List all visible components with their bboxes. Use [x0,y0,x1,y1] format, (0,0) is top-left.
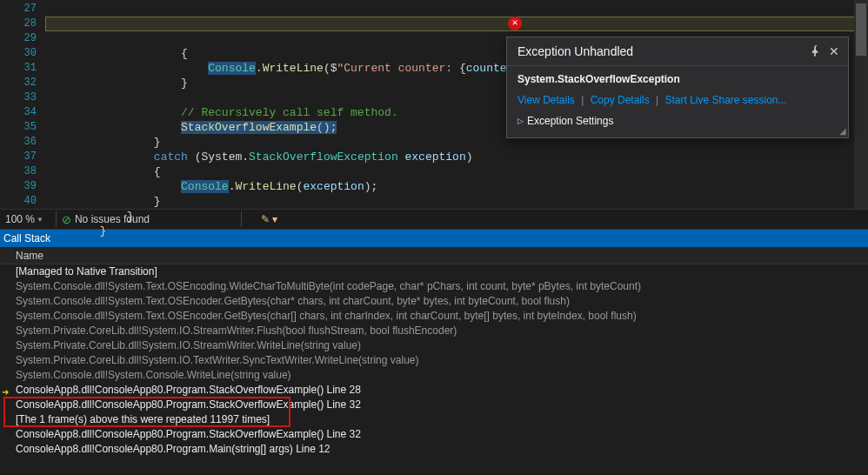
line-number: 37 [0,150,37,164]
pin-icon[interactable] [808,44,822,58]
exception-type: System.StackOverflowException [517,73,838,85]
code-line[interactable]: } [45,194,868,209]
line-number: 34 [0,105,37,120]
exception-settings-expander[interactable]: ▷ Exception Settings [517,115,838,127]
scrollbar-thumb[interactable] [856,3,866,56]
callstack-row[interactable]: ConsoleApp8.dll!ConsoleApp80.Program.Sta… [0,427,868,442]
live-share-link[interactable]: Start Live Share session... [664,94,786,106]
callstack-row[interactable]: [The 1 frame(s) above this were repeated… [0,412,868,427]
current-line-highlight [45,17,868,31]
resize-grip-icon[interactable]: ◢ [839,126,845,136]
exception-popup-header: Exception Unhandled ✕ [507,37,848,66]
callstack-row[interactable]: ConsoleApp8.dll!ConsoleApp80.Program.Sta… [0,398,868,412]
chevron-right-icon: ▷ [517,117,524,125]
current-frame-arrow-icon: ➜ [2,385,9,398]
code-line[interactable]: Console.WriteLine(exception); [45,179,868,194]
code-line[interactable] [45,238,868,253]
exception-popup: Exception Unhandled ✕ System.StackOverfl… [506,37,849,138]
code-line[interactable]: } [45,224,868,238]
callstack-row[interactable]: System.Console.dll!System.Console.WriteL… [0,368,868,383]
code-line[interactable]: catch (System.StackOverflowException exc… [45,150,868,164]
line-number: 28 [0,17,37,31]
callstack-row[interactable]: System.Private.CoreLib.dll!System.IO.Tex… [0,353,868,368]
callstack-row[interactable]: ConsoleApp8.dll!ConsoleApp80.Program.Sta… [0,383,868,398]
code-line[interactable]: { [45,164,868,179]
view-details-link[interactable]: View Details [517,94,575,106]
line-number: 38 [0,164,37,179]
line-number: 29 [0,31,37,46]
callstack-row[interactable]: System.Private.CoreLib.dll!System.IO.Str… [0,324,868,338]
line-number-gutter: 2728293031323334353637383940 [0,0,45,209]
callstack-row[interactable]: System.Console.dll!System.Text.OSEncoder… [0,294,868,309]
exception-stop-icon[interactable]: ✕ [508,17,522,30]
line-number: 35 [0,120,37,135]
line-number: 30 [0,46,37,61]
callstack-row[interactable]: [Managed to Native Transition] [0,264,868,279]
callstack-rows[interactable]: [Managed to Native Transition]System.Con… [0,264,868,457]
copy-details-link[interactable]: Copy Details [591,94,650,106]
callstack-row[interactable]: ConsoleApp8.dll!ConsoleApp80.Program.Mai… [0,442,868,457]
zoom-control[interactable]: 100 % ▼ [5,213,43,225]
line-number: 39 [0,179,37,194]
zoom-value: 100 % [5,213,35,225]
chevron-down-icon: ▼ [37,216,43,224]
line-number: 40 [0,194,37,209]
exception-title: Exception Unhandled [517,44,808,58]
line-number: 36 [0,135,37,150]
editor-scrollbar[interactable] [854,0,868,209]
line-number: 31 [0,61,37,76]
code-line[interactable]: } [45,209,868,224]
code-editor[interactable]: 2728293031323334353637383940 { Console.W… [0,0,868,209]
exception-links: View Details | Copy Details | Start Live… [517,94,838,106]
exception-settings-label: Exception Settings [527,115,613,127]
callstack-row[interactable]: System.Private.CoreLib.dll!System.IO.Str… [0,338,868,353]
callstack-row[interactable]: System.Console.dll!System.Text.OSEncodin… [0,279,868,294]
callstack-row[interactable]: System.Console.dll!System.Text.OSEncoder… [0,309,868,324]
line-number: 32 [0,76,37,90]
line-number: 27 [0,2,37,17]
brush-icon[interactable]: ✎ ▾ [261,213,277,225]
line-number: 33 [0,90,37,105]
close-icon[interactable]: ✕ [827,44,841,58]
